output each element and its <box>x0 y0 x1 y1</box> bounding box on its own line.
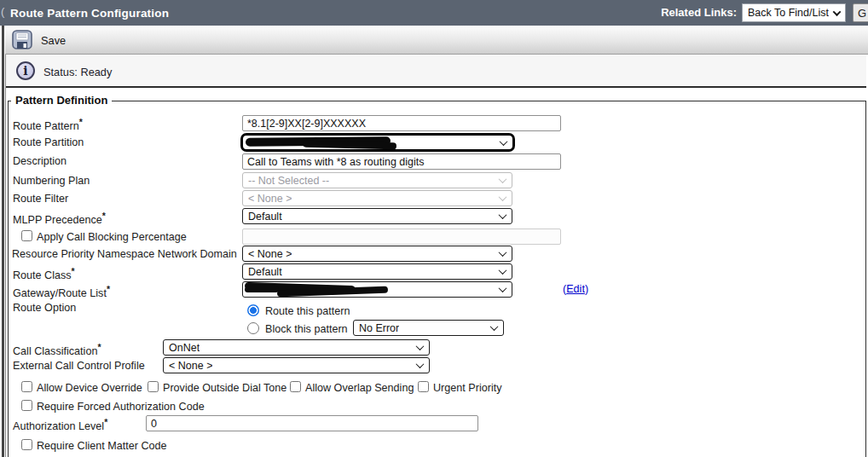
require-client-matter-code-checkbox[interactable] <box>21 439 32 450</box>
require-client-matter-code-label: Require Client Matter Code <box>37 440 167 452</box>
chevron-down-icon <box>500 137 508 146</box>
page-title: Route Pattern Configuration <box>10 7 169 20</box>
description-input[interactable]: Call to Teams with *8 as routing digits <box>242 153 561 170</box>
content-border-line <box>5 55 6 457</box>
call-classification-label: Call Classification* <box>13 342 101 357</box>
chevron-down-icon <box>416 342 425 350</box>
page-header: ( Route Pattern Configuration Related Li… <box>0 0 868 26</box>
chevron-down-icon <box>499 175 507 183</box>
call-classification-select[interactable]: OnNet <box>163 339 430 356</box>
external-call-control-profile-select[interactable]: < None > <box>163 357 430 373</box>
status-text: Status: Ready <box>43 66 112 78</box>
allow-device-override-checkbox[interactable] <box>21 381 32 392</box>
route-class-label: Route Class* <box>13 266 75 281</box>
gateway-route-list-select[interactable] <box>242 281 512 298</box>
window-edge-artifact: ( <box>1 5 4 18</box>
allow-device-override-label: Allow Device Override <box>37 382 142 394</box>
block-reason-select[interactable]: No Error <box>353 320 504 336</box>
chevron-down-icon <box>833 8 842 16</box>
external-call-control-profile-label: External Call Control Profile <box>13 360 145 372</box>
window-edge-line <box>2 26 4 457</box>
numbering-plan-select: -- Not Selected -- <box>242 172 512 188</box>
redaction-scribble <box>245 286 279 292</box>
pattern-definition-section: Pattern Definition Route Pattern* *8.1[2… <box>8 101 866 457</box>
allow-overlap-sending-label: Allow Overlap Sending <box>305 382 414 394</box>
chevron-down-icon <box>499 211 507 219</box>
urgent-priority-checkbox[interactable] <box>418 381 429 392</box>
floppy-disk-icon <box>12 30 33 50</box>
resource-priority-namespace-label: Resource Priority Namespace Network Doma… <box>12 248 237 260</box>
urgent-priority-label: Urgent Priority <box>433 382 501 394</box>
mlpp-precedence-label: MLPP Precedence* <box>13 211 106 226</box>
chevron-down-icon <box>499 193 507 201</box>
route-pattern-configuration-page: ( Route Pattern Configuration Related Li… <box>0 0 868 457</box>
chevron-down-icon <box>499 284 507 292</box>
require-forced-authorization-code-checkbox[interactable] <box>21 400 32 411</box>
require-forced-authorization-code-label: Require Forced Authorization Code <box>37 401 205 413</box>
block-this-pattern-label: Block this pattern <box>265 323 348 335</box>
allow-overlap-sending-checkbox[interactable] <box>290 381 301 392</box>
provide-outside-dial-tone-label: Provide Outside Dial Tone <box>163 382 286 394</box>
description-label: Description <box>13 155 67 167</box>
route-filter-label: Route Filter <box>13 193 68 205</box>
related-links-value: Back To Find/List <box>748 7 829 19</box>
route-pattern-input[interactable]: *8.1[2-9]XX[2-9]XXXXXX <box>242 115 561 131</box>
gateway-edit-link[interactable]: (Edit) <box>563 283 588 295</box>
toolbar: Save <box>5 26 868 55</box>
block-this-pattern-radio[interactable] <box>247 322 259 334</box>
info-icon: i <box>16 61 35 80</box>
authorization-level-input[interactable]: 0 <box>146 415 478 431</box>
mlpp-precedence-select[interactable]: Default <box>242 208 512 224</box>
related-links-label: Related Links: <box>661 6 737 19</box>
chevron-down-icon <box>490 322 499 331</box>
route-partition-select[interactable] <box>240 133 515 152</box>
section-legend: Pattern Definition <box>11 94 112 107</box>
apply-call-blocking-percentage-checkbox[interactable] <box>21 230 32 241</box>
route-filter-select: < None > <box>242 190 512 206</box>
chevron-down-icon <box>499 248 507 257</box>
route-this-pattern-radio[interactable] <box>247 304 259 316</box>
call-blocking-percentage-input <box>242 228 561 245</box>
route-option-label: Route Option <box>13 302 76 314</box>
apply-call-blocking-percentage-label: Apply Call Blocking Percentage <box>37 231 187 243</box>
save-button[interactable]: Save <box>12 29 66 51</box>
redaction-scribble <box>303 141 396 150</box>
route-pattern-label: Route Pattern* <box>13 117 83 132</box>
authorization-level-label: Authorization Level* <box>13 417 107 432</box>
related-links-select[interactable]: Back To Find/List <box>742 3 846 22</box>
save-button-label: Save <box>41 34 66 47</box>
resource-priority-namespace-select[interactable]: < None > <box>242 246 512 262</box>
route-class-select[interactable]: Default <box>242 263 512 280</box>
chevron-down-icon <box>416 360 425 368</box>
route-this-pattern-label: Route this pattern <box>265 305 350 317</box>
route-partition-label: Route Partition <box>13 136 84 148</box>
status-bar: i Status: Ready <box>5 55 866 88</box>
numbering-plan-label: Numbering Plan <box>13 175 90 187</box>
provide-outside-dial-tone-checkbox[interactable] <box>148 381 159 392</box>
chevron-down-icon <box>499 266 507 275</box>
gateway-route-list-label: Gateway/Route List* <box>13 284 110 299</box>
go-button[interactable]: G <box>853 3 868 22</box>
